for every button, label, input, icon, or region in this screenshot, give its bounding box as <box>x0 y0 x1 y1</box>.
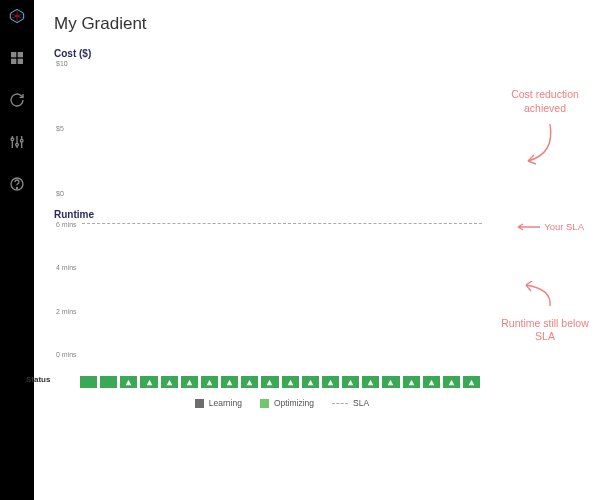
status-box <box>100 376 117 388</box>
ytick: $10 <box>56 60 68 67</box>
svg-point-7 <box>11 138 14 141</box>
cost-chart-title: Cost ($) <box>54 48 592 59</box>
status-box <box>261 376 278 388</box>
legend-learning: Learning <box>195 398 242 408</box>
legend-sla: SLA <box>332 398 369 408</box>
ytick: 4 mins <box>56 264 77 271</box>
legend-optimizing: Optimizing <box>260 398 314 408</box>
ytick: $5 <box>56 125 64 132</box>
svg-point-9 <box>20 139 23 142</box>
status-box <box>181 376 198 388</box>
svg-point-8 <box>16 143 19 146</box>
logo-icon <box>9 8 25 28</box>
status-box <box>403 376 420 388</box>
page-title: My Gradient <box>54 14 592 34</box>
svg-point-11 <box>16 187 17 188</box>
svg-rect-0 <box>11 52 16 57</box>
status-box <box>342 376 359 388</box>
status-box <box>221 376 238 388</box>
svg-rect-3 <box>18 59 23 64</box>
runtime-chart-area: 0 mins2 mins4 mins6 mins <box>82 224 482 354</box>
cost-annotation: Cost reduction achieved <box>500 88 590 173</box>
status-box <box>463 376 480 388</box>
status-label: Status <box>26 375 50 384</box>
svg-rect-2 <box>11 59 16 64</box>
status-row <box>80 376 480 388</box>
legend: Learning Optimizing SLA <box>82 398 482 408</box>
status-box <box>322 376 339 388</box>
status-box <box>282 376 299 388</box>
sliders-icon[interactable] <box>9 134 25 154</box>
status-box <box>443 376 460 388</box>
ytick: 2 mins <box>56 307 77 314</box>
status-box <box>120 376 137 388</box>
runtime-chart-title: Runtime <box>54 209 592 220</box>
sidebar <box>0 0 34 500</box>
status-box <box>140 376 157 388</box>
status-box <box>362 376 379 388</box>
status-box <box>302 376 319 388</box>
runtime-annotation: Runtime still below SLA <box>500 281 590 344</box>
status-box <box>241 376 258 388</box>
refresh-icon[interactable] <box>9 92 25 112</box>
ytick: 6 mins <box>56 221 77 228</box>
dashboard-icon[interactable] <box>9 50 25 70</box>
help-icon[interactable] <box>9 176 25 196</box>
status-box <box>382 376 399 388</box>
status-box <box>80 376 97 388</box>
ytick: 0 mins <box>56 351 77 358</box>
cost-chart: Cost ($) $0$5$10 Cost reduction achieved <box>54 48 592 193</box>
ytick: $0 <box>56 190 64 197</box>
main-content: My Gradient Cost ($) $0$5$10 Cost reduct… <box>34 0 600 500</box>
svg-rect-1 <box>18 52 23 57</box>
runtime-chart: Runtime 0 mins2 mins4 mins6 mins Your SL… <box>54 209 592 354</box>
cost-chart-area: $0$5$10 <box>82 63 482 193</box>
status-box <box>161 376 178 388</box>
status-box <box>423 376 440 388</box>
status-box <box>201 376 218 388</box>
sla-annotation: Your SLA <box>516 221 584 232</box>
